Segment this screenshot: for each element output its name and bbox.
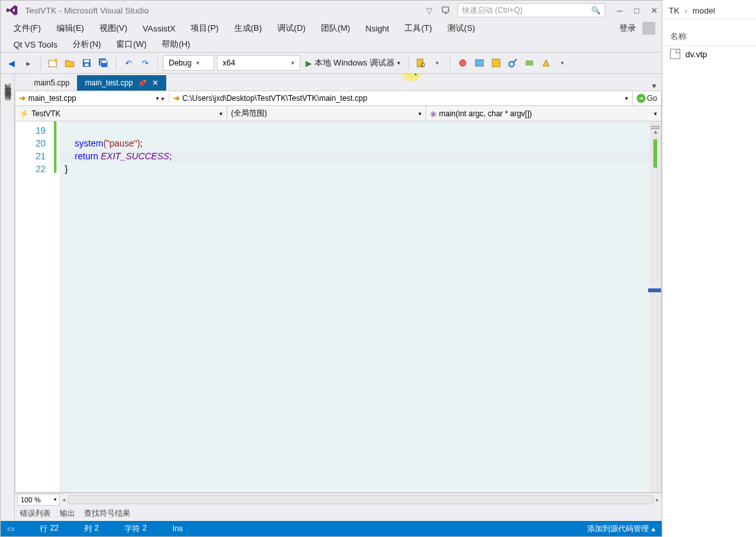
menu-test[interactable]: 测试(S)	[441, 21, 481, 35]
pin-icon[interactable]: 📌	[138, 79, 147, 87]
horizontal-scrollbar[interactable]	[68, 495, 653, 504]
bc-item[interactable]: TK	[669, 6, 680, 15]
svg-rect-16	[526, 60, 533, 66]
new-project-icon[interactable]	[46, 56, 60, 70]
tool-icon-6[interactable]	[539, 56, 553, 70]
config-value: Debug	[169, 58, 191, 67]
tab-output[interactable]: 输出	[60, 508, 75, 519]
quick-launch-input[interactable]: 快速启动 (Ctrl+Q) 🔍	[458, 3, 605, 17]
file-explorer-panel: TK › model 名称 dv.vtp	[662, 0, 756, 537]
play-icon: ▶	[305, 58, 312, 68]
maximize-button[interactable]: □	[634, 6, 639, 15]
svg-rect-8	[102, 61, 107, 63]
menu-build[interactable]: 生成(B)	[228, 21, 268, 35]
save-all-icon[interactable]	[96, 56, 110, 70]
status-line: 行 22	[40, 524, 58, 534]
project-name: TestVTK	[31, 109, 60, 118]
scope-combo[interactable]: (全局范围) ▾	[227, 106, 426, 121]
platform-combo[interactable]: x64▾	[217, 55, 300, 71]
nav-back-icon[interactable]: ◀	[4, 56, 19, 70]
file-path-combo[interactable]: ➜ C:\Users\jxd\Desktop\TestVTK\TestVTK\m…	[169, 94, 632, 103]
window-title: TestVTK - Microsoft Visual Studio	[25, 6, 418, 15]
menu-debug[interactable]: 调试(D)	[271, 21, 312, 35]
menu-help[interactable]: 帮助(H)	[155, 37, 196, 51]
arrow-icon: ➜	[173, 94, 180, 103]
scm-button[interactable]: 添加到源代码管理 ▴	[587, 524, 655, 534]
file-item[interactable]: dv.vtp	[662, 46, 756, 62]
menu-analyze[interactable]: 分析(N)	[66, 37, 107, 51]
code-editor[interactable]: 19 20 21 22 system("pause"); return EXIT…	[15, 121, 662, 493]
config-combo[interactable]: Debug▾	[163, 55, 214, 71]
tab-main5[interactable]: main5.cpp	[26, 75, 77, 91]
scroll-up-icon[interactable]: ▴	[651, 128, 660, 137]
menu-window[interactable]: 窗口(W)	[110, 37, 153, 51]
tab-label: main5.cpp	[34, 78, 69, 87]
go-icon: ➜	[637, 94, 646, 103]
scroll-left-icon[interactable]: ◂	[62, 497, 65, 503]
toolbar-overflow-icon[interactable]: ▾	[556, 56, 570, 70]
go-button[interactable]: ➜ Go	[632, 91, 661, 105]
column-header-name[interactable]: 名称	[662, 28, 756, 46]
menu-file[interactable]: 文件(F)	[7, 21, 47, 35]
code-text[interactable]: system("pause"); return EXIT_SUCCESS; }	[60, 121, 649, 492]
tabs-dropdown-icon[interactable]: ▾	[647, 81, 662, 91]
dropdown-icon[interactable]: ▾	[431, 56, 445, 70]
login-button[interactable]: 登录	[619, 22, 636, 34]
notification-icon[interactable]	[440, 4, 452, 17]
status-ins: Ins	[173, 524, 183, 533]
start-debug-button[interactable]: ▶ 本地 Windows 调试器 ▾	[303, 56, 403, 70]
redo-icon[interactable]: ↷	[138, 56, 152, 70]
tool-icon-5[interactable]	[522, 56, 537, 70]
save-icon[interactable]	[80, 56, 94, 70]
vertical-scrollbar[interactable]: ▴	[649, 121, 661, 492]
vs-logo-icon	[4, 3, 20, 18]
quick-launch-placeholder: 快速启动 (Ctrl+Q)	[462, 5, 522, 16]
tab-find-results[interactable]: 查找符号结果	[84, 508, 130, 519]
overview-cursor-marker	[648, 288, 661, 292]
line-number: 21	[15, 150, 46, 163]
scope-name: (全局范围)	[231, 108, 267, 119]
tool-icon-2[interactable]	[472, 56, 486, 70]
function-combo[interactable]: ◉ main(int argc, char * argv[]) ▾	[426, 106, 661, 121]
menu-nsight[interactable]: Nsight	[359, 22, 396, 35]
tool-icon-1[interactable]	[456, 56, 470, 70]
find-file-icon[interactable]	[414, 56, 428, 70]
close-button[interactable]: ✕	[651, 6, 658, 15]
user-avatar-icon[interactable]	[642, 22, 655, 35]
zoom-combo[interactable]: 100 % ▾	[17, 494, 60, 506]
undo-icon[interactable]: ↶	[121, 56, 135, 70]
menu-project[interactable]: 项目(P)	[184, 21, 225, 35]
minimize-button[interactable]: ─	[617, 6, 623, 15]
status-char: 字符 2	[125, 524, 147, 534]
tab-label: main_test.cpp	[85, 78, 133, 87]
svg-rect-12	[476, 60, 483, 66]
bc-item[interactable]: model	[692, 6, 715, 15]
go-label: Go	[647, 94, 657, 103]
line-number: 19	[15, 124, 46, 137]
file-nav-combo[interactable]: ➜ main_test.cpp ▾ ▸	[15, 94, 169, 103]
scope-bar: ⚡ TestVTK ▾ (全局范围) ▾ ◉ main(int argc, ch…	[15, 106, 662, 121]
menu-qt[interactable]: Qt VS Tools	[7, 39, 64, 51]
tool-icon-4[interactable]	[506, 56, 520, 70]
tool-icon-3[interactable]	[489, 56, 503, 70]
menu-tools[interactable]: 工具(T)	[398, 21, 438, 35]
close-tab-icon[interactable]: ✕	[152, 78, 159, 87]
titlebar: TestVTK - Microsoft Visual Studio ▽ 快速启动…	[1, 1, 662, 20]
breadcrumb[interactable]: TK › model	[662, 3, 756, 19]
svg-point-14	[509, 62, 514, 67]
solution-explorer-tab[interactable]: 解决方案资源管理器	[1, 74, 15, 521]
tab-main-test[interactable]: main_test.cpp 📌 ✕	[77, 75, 166, 91]
filter-icon[interactable]: ▽	[423, 4, 436, 17]
menu-vassist[interactable]: VAssistX	[136, 22, 182, 35]
menu-edit[interactable]: 编辑(E)	[50, 21, 90, 35]
file-name: dv.vtp	[685, 49, 707, 59]
scroll-right-icon[interactable]: ▸	[656, 497, 659, 503]
open-icon[interactable]	[63, 56, 77, 70]
tab-errors[interactable]: 错误列表	[20, 508, 51, 519]
line-number: 22	[15, 163, 46, 175]
split-icon[interactable]	[651, 123, 660, 128]
menu-view[interactable]: 视图(V)	[93, 21, 133, 35]
nav-fwd-icon[interactable]: ▸	[21, 56, 35, 70]
menu-team[interactable]: 团队(M)	[314, 21, 357, 35]
project-combo[interactable]: ⚡ TestVTK ▾	[15, 106, 227, 121]
